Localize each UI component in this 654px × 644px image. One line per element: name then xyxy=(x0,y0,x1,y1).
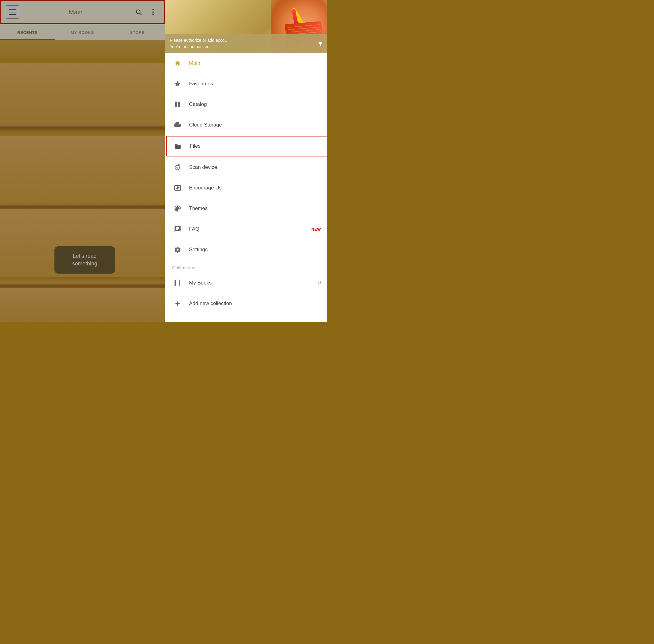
star-icon xyxy=(172,78,183,89)
svg-point-9 xyxy=(177,167,178,168)
menu-item-settings[interactable]: Settings xyxy=(165,239,327,260)
svg-point-8 xyxy=(175,165,180,170)
menu-item-cloud-storage[interactable]: Cloud Storage xyxy=(165,115,327,135)
encourage-us-label: Encourage Us xyxy=(189,185,321,191)
menu-item-catalog[interactable]: Catalog xyxy=(165,94,327,115)
faq-icon xyxy=(172,224,183,234)
cloud-icon xyxy=(172,119,183,131)
faq-badge: NEW xyxy=(311,227,321,231)
auth-line1: Please authorize or add acco… xyxy=(170,37,229,44)
auth-arrow-icon: ▼ xyxy=(317,40,323,47)
favourites-label: Favourites xyxy=(189,81,321,87)
auth-notice[interactable]: Please authorize or add acco… You're not… xyxy=(165,34,327,53)
book-icon xyxy=(172,277,183,289)
files-label: Files xyxy=(190,143,323,149)
settings-label: Settings xyxy=(189,247,321,253)
main-label: Main xyxy=(189,60,321,66)
faq-label: FAQ xyxy=(189,226,311,232)
palette-icon xyxy=(172,203,183,214)
scan-device-label: Scan device xyxy=(189,164,321,170)
add-collection-item[interactable]: + Add new collection xyxy=(165,293,327,314)
svg-rect-12 xyxy=(176,280,176,286)
drawer-header-image: Please authorize or add acco… You're not… xyxy=(165,0,327,53)
catalog-label: Catalog xyxy=(189,101,321,108)
svg-rect-6 xyxy=(175,102,177,107)
cloud-storage-label: Cloud Storage xyxy=(189,122,321,128)
scan-icon xyxy=(172,162,183,173)
menu-item-scan-device[interactable]: Scan device xyxy=(165,157,327,178)
folder-icon xyxy=(173,141,184,152)
add-collection-label: Add new collection xyxy=(189,300,321,306)
my-books-count: 0 xyxy=(318,280,321,286)
catalog-icon xyxy=(172,99,183,110)
plus-icon: + xyxy=(172,298,183,309)
menu-item-encourage-us[interactable]: Encourage Us xyxy=(165,178,327,198)
menu-item-files[interactable]: Files xyxy=(166,136,327,157)
menu-item-main[interactable]: Main xyxy=(165,53,327,73)
themes-label: Themes xyxy=(189,206,321,211)
dollar-icon xyxy=(172,183,183,193)
drawer-menu: Main Favourites Catalog xyxy=(165,53,327,322)
menu-item-themes[interactable]: Themes xyxy=(165,198,327,219)
auth-notice-text: Please authorize or add acco… You're not… xyxy=(170,37,229,50)
collections-section-header: Collections xyxy=(165,260,327,273)
my-books-collection-label: My Books xyxy=(189,280,318,286)
menu-item-favourites[interactable]: Favourites xyxy=(165,73,327,94)
navigation-drawer: Please authorize or add acco… You're not… xyxy=(165,0,327,322)
home-icon xyxy=(172,58,183,69)
menu-item-faq[interactable]: FAQ NEW xyxy=(165,219,327,239)
collection-item-my-books[interactable]: My Books 0 xyxy=(165,273,327,293)
auth-line2: You're not authorized! xyxy=(170,44,229,50)
svg-rect-7 xyxy=(178,102,180,107)
settings-icon xyxy=(172,244,183,255)
